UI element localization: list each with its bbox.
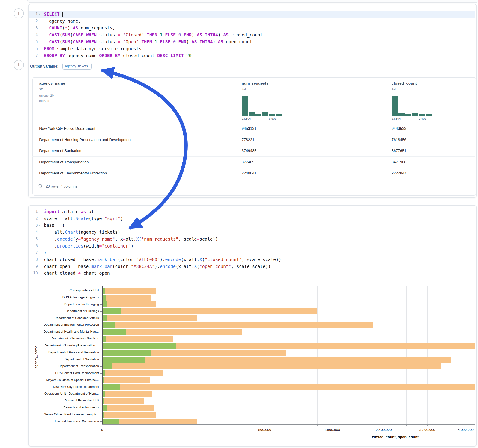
code-line[interactable]: 6FROM sample_data.nyc.service_requests bbox=[29, 45, 475, 52]
table-row[interactable]: Department of Sanitation37494853677651 bbox=[32, 145, 475, 156]
bar-closed-count[interactable] bbox=[102, 391, 152, 397]
bar-open-count[interactable] bbox=[102, 418, 119, 424]
y-axis-label: Department of Sanitation bbox=[29, 357, 99, 361]
bar-open-count[interactable] bbox=[102, 405, 107, 411]
y-axis-label: Department of Health and Mental Hyg… bbox=[29, 330, 99, 333]
y-tick bbox=[100, 415, 102, 415]
bar-closed-count[interactable] bbox=[102, 370, 163, 376]
code-line[interactable]: 7) bbox=[29, 249, 475, 256]
code-line[interactable]: 8chart_closed = base.mark_bar(color="#FF… bbox=[29, 256, 475, 263]
code-text: CAST(SUM(CASE WHEN status = 'Closed' THE… bbox=[44, 31, 265, 38]
gridline bbox=[437, 286, 437, 424]
code-line[interactable]: 4 alt.Chart(agency_tickets) bbox=[29, 229, 475, 236]
output-variable-chip[interactable]: agency_tickets bbox=[63, 63, 92, 70]
code-text: .encode(y="agency_name", x=alt.X("num_re… bbox=[44, 236, 218, 243]
code-line[interactable]: 3∨base = ( bbox=[29, 222, 475, 229]
bar-open-count[interactable] bbox=[102, 356, 145, 362]
code-line[interactable]: 1∨SELECT bbox=[29, 11, 475, 18]
bar-open-count[interactable] bbox=[102, 308, 121, 314]
bar-open-count[interactable] bbox=[102, 336, 106, 342]
bar-open-count[interactable] bbox=[102, 350, 151, 355]
code-line[interactable]: 5 .encode(y="agency_name", x=alt.X("num_… bbox=[29, 236, 475, 243]
cell-value: 9443533 bbox=[391, 126, 406, 131]
code-line[interactable]: 9chart_open = base.mark_bar(color="#8BC3… bbox=[29, 263, 475, 270]
search-icon[interactable] bbox=[38, 184, 43, 189]
table-row-count: 20 rows, 4 columns bbox=[46, 184, 77, 188]
bar-open-count[interactable] bbox=[102, 363, 112, 369]
bar-open-count[interactable] bbox=[102, 322, 115, 328]
y-tick bbox=[100, 387, 102, 387]
code-line[interactable]: 3 COUNT(*) AS num_requests, bbox=[29, 25, 475, 31]
y-tick bbox=[100, 394, 102, 394]
add-block-button-top[interactable]: + bbox=[14, 8, 24, 19]
bar-open-count[interactable] bbox=[102, 294, 106, 300]
table-row[interactable]: Department of Transportation377489234719… bbox=[32, 156, 475, 168]
code-line[interactable]: 5 CAST(SUM(CASE WHEN status = 'Open' THE… bbox=[29, 38, 475, 45]
column-header[interactable]: agency_name bbox=[39, 81, 65, 86]
x-tick bbox=[395, 425, 396, 426]
y-tick bbox=[100, 408, 102, 408]
bar-open-count[interactable] bbox=[102, 329, 126, 335]
code-line[interactable]: 10chart_closed + chart_open bbox=[29, 270, 475, 277]
y-tick bbox=[100, 291, 102, 291]
code-line[interactable]: 2 agency_name, bbox=[29, 18, 475, 25]
code-line[interactable]: 2scale = alt.Scale(type="sqrt") bbox=[29, 215, 475, 222]
x-tick-label: 0 bbox=[101, 428, 103, 432]
gridline bbox=[317, 286, 318, 424]
bar-closed-count[interactable] bbox=[102, 315, 197, 321]
divider bbox=[29, 73, 475, 73]
y-axis-label: Department of Housing Preservation … bbox=[29, 344, 99, 347]
table-row[interactable]: Department of Housing Preservation and D… bbox=[32, 134, 475, 145]
bar-open-count[interactable] bbox=[102, 343, 176, 348]
histogram-bar bbox=[405, 114, 411, 116]
histogram-bar bbox=[269, 114, 275, 116]
cell-value: 3774892 bbox=[242, 160, 256, 164]
bar-closed-count[interactable] bbox=[102, 308, 317, 314]
gridline bbox=[372, 286, 372, 424]
python-editor[interactable]: 1import altair as alt2scale = alt.Scale(… bbox=[29, 208, 475, 277]
code-line[interactable]: 4 CAST(SUM(CASE WHEN status = 'Closed' T… bbox=[29, 31, 475, 38]
column-header[interactable]: closed_count bbox=[391, 81, 417, 86]
bar-closed-count[interactable] bbox=[102, 322, 373, 328]
bar-closed-count[interactable] bbox=[102, 301, 156, 307]
table-row[interactable]: New York City Police Department945313194… bbox=[32, 123, 475, 134]
y-tick bbox=[100, 422, 102, 422]
table-row[interactable]: Department of Environmental Protection22… bbox=[32, 168, 475, 179]
column-header[interactable]: num_requests bbox=[242, 81, 268, 86]
cell-agency-name: Department of Sanitation bbox=[39, 148, 82, 153]
bar-closed-count[interactable] bbox=[102, 384, 475, 390]
bar-closed-count[interactable] bbox=[102, 412, 156, 417]
add-block-button-output[interactable]: + bbox=[14, 60, 24, 70]
row-border bbox=[32, 145, 475, 145]
text-caret bbox=[62, 12, 63, 17]
row-border bbox=[32, 134, 475, 134]
bar-closed-count[interactable] bbox=[102, 336, 173, 342]
bar-open-count[interactable] bbox=[102, 288, 105, 293]
line-number: 3 bbox=[29, 222, 38, 229]
line-number: 9 bbox=[29, 263, 38, 270]
y-axis-label: Correspondence Unit bbox=[29, 288, 99, 292]
sql-editor[interactable]: 1∨SELECT 2 agency_name,3 COUNT(*) AS num… bbox=[29, 11, 475, 60]
code-text: COUNT(*) AS num_requests, bbox=[44, 25, 115, 31]
code-text: import altair as alt bbox=[44, 208, 97, 215]
y-tick bbox=[100, 332, 102, 332]
bar-closed-count[interactable] bbox=[102, 377, 150, 383]
bar-closed-count[interactable] bbox=[102, 363, 441, 369]
histogram-bar bbox=[255, 114, 262, 116]
code-line[interactable]: 1import altair as alt bbox=[29, 208, 475, 215]
histogram-bar bbox=[262, 112, 268, 116]
y-axis-label: DHS Advantage Programs bbox=[29, 295, 99, 299]
code-line[interactable]: 7GROUP BY agency_name ORDER BY closed_co… bbox=[29, 52, 475, 59]
code-line[interactable]: 6 .properties(width="container") bbox=[29, 243, 475, 249]
bar-open-count[interactable] bbox=[102, 384, 120, 390]
bar-closed-count[interactable] bbox=[102, 398, 144, 404]
bar-open-count[interactable] bbox=[102, 301, 107, 307]
bar-closed-count[interactable] bbox=[102, 294, 151, 300]
line-number: 4 bbox=[29, 229, 38, 236]
bar-closed-count[interactable] bbox=[102, 356, 451, 362]
line-number: 6 bbox=[29, 45, 38, 52]
bar-closed-count[interactable] bbox=[102, 405, 154, 411]
bar-open-count[interactable] bbox=[102, 315, 107, 321]
bar-closed-count[interactable] bbox=[102, 288, 156, 293]
row-border bbox=[32, 168, 475, 168]
